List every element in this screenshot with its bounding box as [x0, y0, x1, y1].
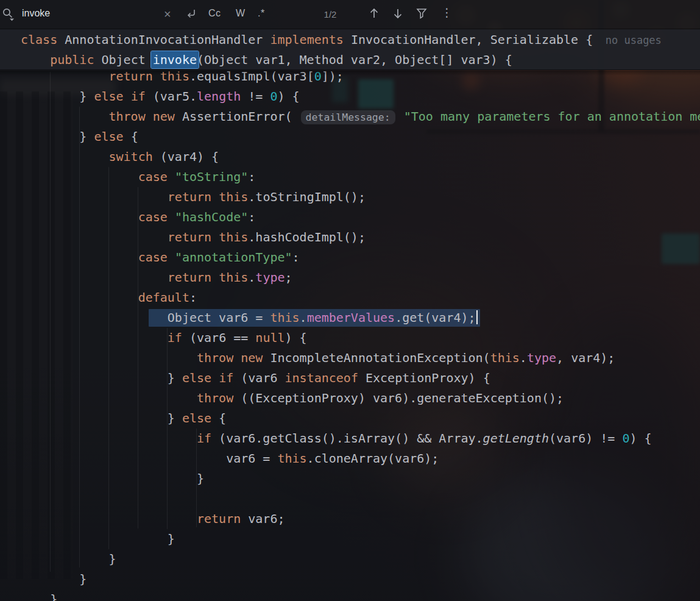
code-token — [21, 149, 109, 164]
code-line[interactable]: public Object invoke(Object var1, Method… — [0, 50, 700, 70]
match-case-toggle[interactable]: Cc — [208, 8, 221, 19]
code-line[interactable]: return var6; — [0, 509, 700, 529]
code-token: : — [189, 290, 197, 305]
code-token: 0 — [622, 431, 629, 446]
previous-match-button[interactable] — [367, 5, 381, 24]
code-token — [124, 89, 131, 104]
code-line[interactable]: } else { — [0, 408, 700, 429]
code-line[interactable] — [0, 489, 700, 509]
code-token: { — [124, 129, 138, 144]
code-token: instanceof — [285, 371, 358, 385]
clear-search-icon[interactable]: × — [164, 7, 171, 21]
code-line[interactable]: Object var6 = this.memberValues.get(var4… — [0, 308, 700, 328]
code-token — [21, 210, 138, 224]
code-lines: return this.equalsImpl(var3[0]); } else … — [0, 66, 700, 601]
code-token — [21, 270, 168, 285]
code-line[interactable]: } else { — [0, 127, 700, 147]
code-line[interactable]: throw new AssertionError( detailMessage:… — [0, 107, 700, 127]
code-line[interactable]: } — [0, 529, 700, 549]
code-line[interactable]: } else if (var5.length != 0) { — [0, 87, 700, 107]
code-token: if — [197, 431, 211, 446]
code-token: (var5. — [146, 89, 197, 104]
code-line[interactable]: throw new IncompleteAnnotationException(… — [0, 348, 700, 368]
code-line[interactable]: class AnnotationInvocationHandler implem… — [0, 30, 700, 50]
code-token — [211, 190, 219, 204]
code-token: } — [21, 371, 182, 385]
words-toggle[interactable]: W — [236, 8, 246, 19]
code-token: ((ExceptionProxy) var6).generateExceptio… — [233, 391, 564, 405]
code-line[interactable]: return this.type; — [0, 268, 700, 288]
code-token: return — [168, 270, 211, 285]
code-line[interactable]: } — [0, 549, 700, 569]
code-line[interactable]: } — [0, 569, 700, 589]
code-token: var6 = — [21, 451, 277, 466]
code-line[interactable]: return this.hashCodeImpl(); — [0, 227, 700, 247]
code-token: } — [21, 129, 94, 144]
code-token: this — [490, 350, 520, 365]
code-token — [21, 169, 138, 184]
code-line[interactable]: case "annotationType": — [0, 247, 700, 268]
code-token: } — [21, 471, 204, 486]
next-match-button[interactable] — [391, 5, 405, 24]
code-line[interactable]: } — [0, 589, 700, 601]
code-token: : — [248, 210, 255, 224]
code-line[interactable]: case "hashCode": — [0, 207, 700, 227]
filter-button[interactable] — [415, 6, 428, 23]
code-token: IncompleteAnnotationException( — [263, 350, 490, 365]
code-token: ; — [285, 270, 292, 285]
code-token: . — [520, 350, 527, 365]
code-token: "annotationType" — [175, 250, 292, 265]
code-token — [21, 230, 168, 244]
code-line[interactable]: switch (var4) { — [0, 147, 700, 167]
code-token: "Too many parameters for an annotation m… — [404, 109, 700, 124]
code-token: .cloneArray(var6); — [307, 451, 439, 466]
code-token: throw — [197, 350, 233, 365]
code-token: "hashCode" — [175, 210, 248, 224]
code-token — [233, 350, 241, 365]
code-line[interactable]: if (var6.getClass().isArray() && Array.g… — [0, 429, 700, 449]
code-token: case — [138, 210, 168, 224]
code-token: return — [168, 190, 211, 204]
more-options-button[interactable]: ⋮ — [441, 5, 453, 20]
code-token — [21, 330, 168, 345]
code-token: . — [300, 310, 307, 325]
code-token — [168, 169, 175, 184]
code-token: return — [197, 511, 241, 526]
code-token: this — [270, 310, 299, 325]
sticky-code-lines: class AnnotationInvocationHandler implem… — [0, 30, 700, 70]
code-line[interactable]: } else if (var6 instanceof ExceptionProx… — [0, 368, 700, 388]
code-token: if — [131, 89, 146, 104]
code-token — [21, 190, 168, 204]
code-token — [168, 250, 175, 265]
code-editor[interactable]: return this.equalsImpl(var3[0]); } else … — [0, 0, 700, 601]
code-token: Object var6 = — [21, 310, 270, 325]
code-line[interactable]: throw ((ExceptionProxy) var6).generateEx… — [0, 388, 700, 408]
regex-toggle[interactable]: .* — [258, 8, 265, 19]
code-token: memberValues — [307, 310, 395, 325]
sticky-lines-header: class AnnotationInvocationHandler implem… — [0, 29, 700, 70]
search-icon[interactable] — [1, 7, 17, 25]
code-line[interactable]: case "toString": — [0, 167, 700, 187]
code-token: } — [21, 552, 116, 566]
code-line[interactable]: var6 = this.cloneArray(var6); — [0, 449, 700, 469]
newline-icon[interactable] — [185, 7, 198, 24]
code-token: new — [241, 350, 263, 365]
code-token: var6; — [241, 511, 285, 526]
code-token: else — [182, 371, 211, 385]
code-token — [21, 109, 109, 124]
code-token: "toString" — [175, 169, 248, 184]
code-token — [211, 371, 219, 385]
code-line[interactable]: return this.toStringImpl(); — [0, 187, 700, 207]
code-token: default — [138, 290, 189, 305]
code-line[interactable]: if (var6 == null) { — [0, 328, 700, 348]
code-token — [397, 109, 404, 124]
code-token: ExceptionProxy) { — [358, 371, 490, 385]
code-token: Object — [94, 52, 152, 67]
code-line[interactable]: } — [0, 469, 700, 489]
code-token — [168, 210, 175, 224]
search-input[interactable] — [22, 8, 144, 19]
code-token: (var6) != — [549, 431, 622, 446]
code-line[interactable]: default: — [0, 288, 700, 308]
code-token: return — [168, 230, 211, 244]
code-token: else — [94, 89, 123, 104]
